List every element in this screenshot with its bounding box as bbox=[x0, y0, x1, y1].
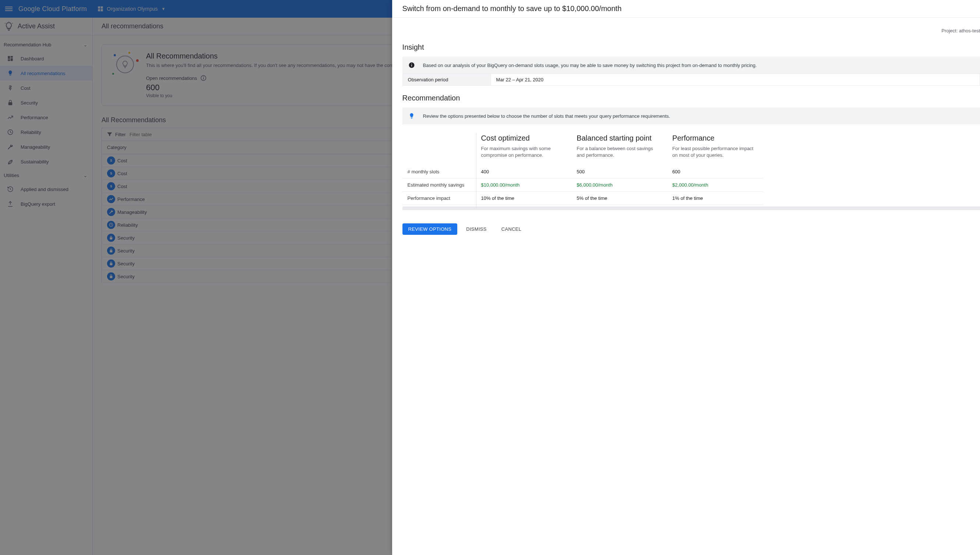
info-icon bbox=[408, 62, 415, 69]
options-row-header bbox=[403, 131, 476, 165]
option-desc: For maximum savings with some compromise… bbox=[481, 145, 566, 159]
bulb-icon bbox=[408, 112, 415, 119]
observation-row: Observation period Mar 22 – Apr 21, 2020 bbox=[403, 74, 980, 86]
scrollbar[interactable] bbox=[403, 207, 980, 210]
option-header-0: Cost optimizedFor maximum savings with s… bbox=[476, 131, 572, 165]
row-savings-value: $10,000.00/month bbox=[476, 178, 572, 192]
option-title: Balanced starting point bbox=[577, 134, 662, 143]
recommendation-detail-panel: Switch from on-demand to monthly to save… bbox=[392, 0, 980, 555]
insight-text: Based on our analysis of your BigQuery o… bbox=[423, 63, 757, 68]
panel-title: Switch from on-demand to monthly to save… bbox=[403, 5, 980, 13]
row-savings-value: $2,000.00/month bbox=[667, 178, 763, 192]
svg-rect-22 bbox=[411, 64, 412, 64]
observation-value: Mar 22 – Apr 21, 2020 bbox=[491, 74, 549, 85]
row-slots-value: 500 bbox=[572, 165, 667, 178]
row-savings-label: Estimated monthly savings bbox=[403, 178, 476, 192]
row-slots-value: 600 bbox=[667, 165, 763, 178]
option-desc: For least possible performance impact on… bbox=[673, 145, 758, 159]
insight-box: Based on our analysis of your BigQuery o… bbox=[403, 57, 980, 74]
cancel-button[interactable]: Cancel bbox=[496, 223, 528, 235]
recommendation-box: Review the options presented below to ch… bbox=[403, 107, 980, 124]
recommendation-heading: Recommendation bbox=[403, 94, 980, 102]
recommendation-text: Review the options presented below to ch… bbox=[423, 113, 670, 119]
svg-rect-21 bbox=[411, 65, 412, 67]
option-title: Performance bbox=[673, 134, 758, 143]
observation-label: Observation period bbox=[403, 74, 491, 85]
options-table: Cost optimizedFor maximum savings with s… bbox=[403, 131, 980, 210]
dismiss-button[interactable]: Dismiss bbox=[460, 223, 492, 235]
row-savings-value: $6,000.00/month bbox=[572, 178, 667, 192]
row-perf-value: 10% of the time bbox=[476, 192, 572, 205]
project-label: Project: athos-test bbox=[403, 22, 980, 40]
review-options-button[interactable]: Review options bbox=[403, 223, 458, 235]
row-slots-label: # monthly slots bbox=[403, 165, 476, 178]
row-perf-value: 5% of the time bbox=[572, 192, 667, 205]
row-perf-value: 1% of the time bbox=[667, 192, 763, 205]
option-header-2: PerformanceFor least possible performanc… bbox=[667, 131, 763, 165]
option-title: Cost optimized bbox=[481, 134, 566, 143]
option-header-1: Balanced starting pointFor a balance bet… bbox=[572, 131, 667, 165]
insight-heading: Insight bbox=[403, 43, 980, 51]
divider bbox=[476, 133, 476, 208]
row-slots-value: 400 bbox=[476, 165, 572, 178]
option-desc: For a balance between cost savings and p… bbox=[577, 145, 662, 159]
row-perf-label: Performance impact bbox=[403, 192, 476, 205]
